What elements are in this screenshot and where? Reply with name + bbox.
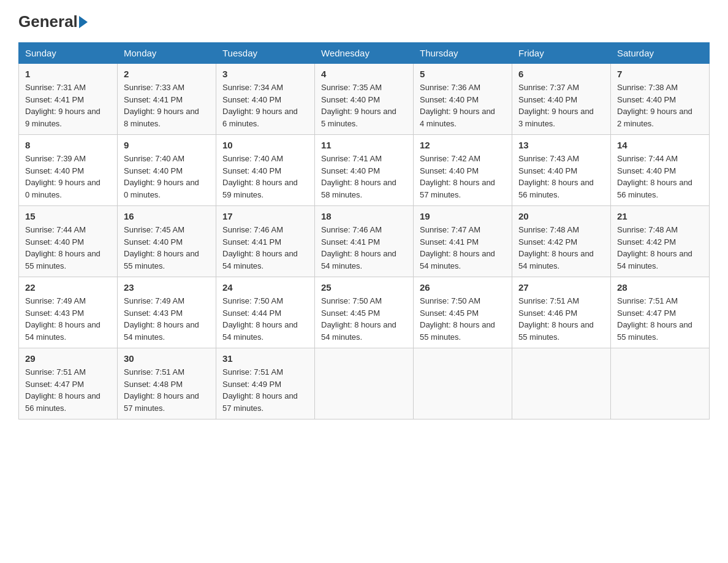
day-info: Sunrise: 7:39 AM Sunset: 4:40 PM Dayligh… (25, 153, 111, 201)
day-number: 4 (321, 69, 407, 79)
calendar-day-cell: 16 Sunrise: 7:45 AM Sunset: 4:40 PM Dayl… (118, 206, 216, 277)
day-of-week-header: Monday (118, 43, 216, 64)
day-of-week-header: Wednesday (315, 43, 414, 64)
day-info: Sunrise: 7:46 AM Sunset: 4:41 PM Dayligh… (321, 224, 407, 272)
calendar-day-cell: 22 Sunrise: 7:49 AM Sunset: 4:43 PM Dayl… (19, 277, 118, 348)
calendar-day-cell: 21 Sunrise: 7:48 AM Sunset: 4:42 PM Dayl… (611, 206, 710, 277)
calendar-day-cell: 29 Sunrise: 7:51 AM Sunset: 4:47 PM Dayl… (19, 348, 118, 419)
logo: General (18, 12, 88, 30)
day-info: Sunrise: 7:34 AM Sunset: 4:40 PM Dayligh… (222, 82, 308, 129)
calendar-table: SundayMondayTuesdayWednesdayThursdayFrid… (18, 42, 710, 419)
day-info: Sunrise: 7:50 AM Sunset: 4:45 PM Dayligh… (420, 295, 506, 343)
calendar-day-cell (512, 348, 611, 419)
calendar-day-cell: 24 Sunrise: 7:50 AM Sunset: 4:44 PM Dayl… (216, 277, 315, 348)
day-number: 3 (222, 69, 308, 79)
day-info: Sunrise: 7:46 AM Sunset: 4:41 PM Dayligh… (222, 224, 308, 272)
calendar-day-cell: 18 Sunrise: 7:46 AM Sunset: 4:41 PM Dayl… (315, 206, 414, 277)
calendar-week-row: 8 Sunrise: 7:39 AM Sunset: 4:40 PM Dayli… (19, 135, 710, 206)
day-number: 17 (222, 211, 308, 221)
calendar-day-cell: 11 Sunrise: 7:41 AM Sunset: 4:40 PM Dayl… (315, 135, 414, 206)
day-number: 18 (321, 211, 407, 221)
day-info: Sunrise: 7:48 AM Sunset: 4:42 PM Dayligh… (617, 224, 703, 272)
calendar-day-cell: 31 Sunrise: 7:51 AM Sunset: 4:49 PM Dayl… (216, 348, 315, 419)
day-number: 27 (518, 282, 604, 293)
day-info: Sunrise: 7:40 AM Sunset: 4:40 PM Dayligh… (222, 153, 308, 201)
day-info: Sunrise: 7:41 AM Sunset: 4:40 PM Dayligh… (321, 153, 407, 201)
day-info: Sunrise: 7:33 AM Sunset: 4:41 PM Dayligh… (124, 82, 210, 129)
day-number: 15 (25, 211, 111, 221)
calendar-day-cell: 20 Sunrise: 7:48 AM Sunset: 4:42 PM Dayl… (512, 206, 611, 277)
calendar-day-cell: 7 Sunrise: 7:38 AM Sunset: 4:40 PM Dayli… (611, 64, 710, 135)
day-number: 31 (222, 353, 308, 364)
day-info: Sunrise: 7:40 AM Sunset: 4:40 PM Dayligh… (124, 153, 210, 201)
day-number: 2 (124, 69, 210, 79)
logo-general-text: General (18, 12, 88, 31)
calendar-day-cell: 4 Sunrise: 7:35 AM Sunset: 4:40 PM Dayli… (315, 64, 414, 135)
day-info: Sunrise: 7:36 AM Sunset: 4:40 PM Dayligh… (420, 82, 506, 129)
calendar-day-cell: 5 Sunrise: 7:36 AM Sunset: 4:40 PM Dayli… (414, 64, 512, 135)
day-info: Sunrise: 7:44 AM Sunset: 4:40 PM Dayligh… (25, 224, 111, 272)
day-of-week-header: Saturday (611, 43, 710, 64)
calendar-day-cell: 19 Sunrise: 7:47 AM Sunset: 4:41 PM Dayl… (414, 206, 512, 277)
calendar-day-cell: 30 Sunrise: 7:51 AM Sunset: 4:48 PM Dayl… (118, 348, 216, 419)
page-header: General (18, 12, 710, 30)
day-number: 20 (518, 211, 604, 221)
day-of-week-header: Tuesday (216, 43, 315, 64)
day-number: 11 (321, 140, 407, 150)
day-number: 10 (222, 140, 308, 150)
calendar-week-row: 15 Sunrise: 7:44 AM Sunset: 4:40 PM Dayl… (19, 206, 710, 277)
day-number: 26 (420, 282, 506, 293)
day-number: 19 (420, 211, 506, 221)
day-info: Sunrise: 7:51 AM Sunset: 4:47 PM Dayligh… (617, 295, 703, 343)
calendar-day-cell: 12 Sunrise: 7:42 AM Sunset: 4:40 PM Dayl… (414, 135, 512, 206)
day-info: Sunrise: 7:51 AM Sunset: 4:46 PM Dayligh… (518, 295, 604, 343)
calendar-day-cell: 13 Sunrise: 7:43 AM Sunset: 4:40 PM Dayl… (512, 135, 611, 206)
calendar-day-cell: 14 Sunrise: 7:44 AM Sunset: 4:40 PM Dayl… (611, 135, 710, 206)
day-number: 24 (222, 282, 308, 293)
day-info: Sunrise: 7:49 AM Sunset: 4:43 PM Dayligh… (124, 295, 210, 343)
day-number: 30 (124, 353, 210, 364)
calendar-day-cell (315, 348, 414, 419)
day-number: 7 (617, 69, 703, 79)
day-number: 13 (518, 140, 604, 150)
day-info: Sunrise: 7:50 AM Sunset: 4:45 PM Dayligh… (321, 295, 407, 343)
day-number: 22 (25, 282, 111, 293)
calendar-day-cell: 17 Sunrise: 7:46 AM Sunset: 4:41 PM Dayl… (216, 206, 315, 277)
day-number: 25 (321, 282, 407, 293)
day-info: Sunrise: 7:37 AM Sunset: 4:40 PM Dayligh… (518, 82, 604, 129)
calendar-day-cell (414, 348, 512, 419)
calendar-day-cell: 8 Sunrise: 7:39 AM Sunset: 4:40 PM Dayli… (19, 135, 118, 206)
day-number: 8 (25, 140, 111, 150)
day-number: 9 (124, 140, 210, 150)
day-info: Sunrise: 7:38 AM Sunset: 4:40 PM Dayligh… (617, 82, 703, 129)
calendar-week-row: 22 Sunrise: 7:49 AM Sunset: 4:43 PM Dayl… (19, 277, 710, 348)
day-info: Sunrise: 7:50 AM Sunset: 4:44 PM Dayligh… (222, 295, 308, 343)
day-number: 1 (25, 69, 111, 79)
calendar-day-cell: 26 Sunrise: 7:50 AM Sunset: 4:45 PM Dayl… (414, 277, 512, 348)
day-number: 28 (617, 282, 703, 293)
day-info: Sunrise: 7:35 AM Sunset: 4:40 PM Dayligh… (321, 82, 407, 129)
day-number: 14 (617, 140, 703, 150)
calendar-day-cell: 25 Sunrise: 7:50 AM Sunset: 4:45 PM Dayl… (315, 277, 414, 348)
day-of-week-header: Friday (512, 43, 611, 64)
calendar-day-cell: 9 Sunrise: 7:40 AM Sunset: 4:40 PM Dayli… (118, 135, 216, 206)
calendar-day-cell: 3 Sunrise: 7:34 AM Sunset: 4:40 PM Dayli… (216, 64, 315, 135)
day-of-week-header: Thursday (414, 43, 512, 64)
calendar-week-row: 29 Sunrise: 7:51 AM Sunset: 4:47 PM Dayl… (19, 348, 710, 419)
day-number: 5 (420, 69, 506, 79)
day-info: Sunrise: 7:44 AM Sunset: 4:40 PM Dayligh… (617, 153, 703, 201)
day-info: Sunrise: 7:31 AM Sunset: 4:41 PM Dayligh… (25, 82, 111, 129)
calendar-day-cell: 23 Sunrise: 7:49 AM Sunset: 4:43 PM Dayl… (118, 277, 216, 348)
day-info: Sunrise: 7:51 AM Sunset: 4:48 PM Dayligh… (124, 366, 210, 414)
day-info: Sunrise: 7:49 AM Sunset: 4:43 PM Dayligh… (25, 295, 111, 343)
calendar-day-cell: 27 Sunrise: 7:51 AM Sunset: 4:46 PM Dayl… (512, 277, 611, 348)
day-info: Sunrise: 7:45 AM Sunset: 4:40 PM Dayligh… (124, 224, 210, 272)
day-of-week-header: Sunday (19, 43, 118, 64)
calendar-body: 1 Sunrise: 7:31 AM Sunset: 4:41 PM Dayli… (19, 64, 710, 419)
day-info: Sunrise: 7:47 AM Sunset: 4:41 PM Dayligh… (420, 224, 506, 272)
calendar-day-cell: 2 Sunrise: 7:33 AM Sunset: 4:41 PM Dayli… (118, 64, 216, 135)
day-info: Sunrise: 7:51 AM Sunset: 4:47 PM Dayligh… (25, 366, 111, 414)
day-info: Sunrise: 7:42 AM Sunset: 4:40 PM Dayligh… (420, 153, 506, 201)
day-number: 21 (617, 211, 703, 221)
day-info: Sunrise: 7:48 AM Sunset: 4:42 PM Dayligh… (518, 224, 604, 272)
